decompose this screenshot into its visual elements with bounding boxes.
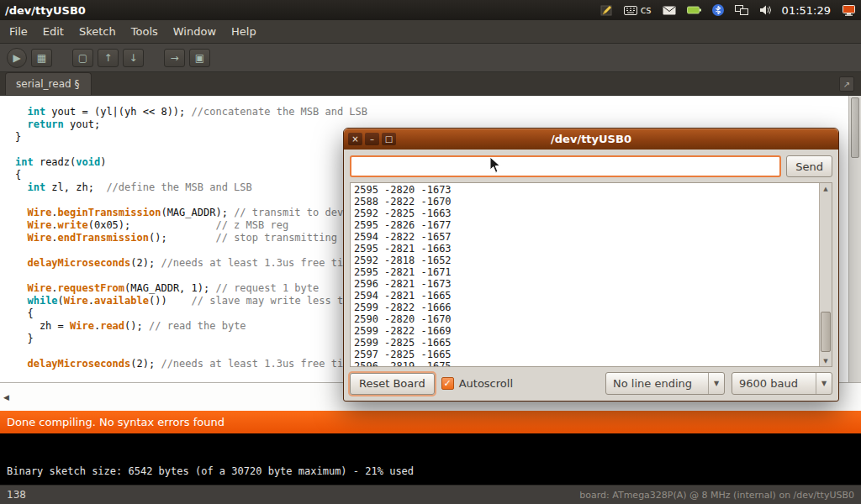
volume-icon[interactable] <box>759 5 771 15</box>
editor-vertical-scrollbar[interactable] <box>848 96 861 382</box>
top-panel: /dev/ttyUSB0 cs 01:51:29 <box>0 0 861 20</box>
tab-menu-button[interactable]: ↗ <box>839 76 854 92</box>
serial-output-text: 2595 -2820 -1673 2588 -2822 -1670 2592 -… <box>351 183 819 366</box>
serial-titlebar[interactable]: × – □ /dev/ttyUSB0 <box>344 129 838 150</box>
window-buttons: × – □ <box>348 133 396 145</box>
mail-icon[interactable] <box>663 6 676 15</box>
maximize-button[interactable]: □ <box>382 133 396 145</box>
menu-edit[interactable]: Edit <box>35 21 71 42</box>
serial-scrollbar[interactable]: ▲ ▼ <box>819 183 832 366</box>
tab-serial-read[interactable]: serial_read § <box>5 72 92 95</box>
minimize-button[interactable]: – <box>365 133 379 145</box>
console-output: Binary sketch size: 6542 bytes (of a 307… <box>0 433 861 485</box>
baud-rate-value: 9600 baud <box>732 377 816 390</box>
serial-controls-row: Reset Board ✓ Autoscroll No line ending … <box>350 372 832 395</box>
scroll-left-arrow-icon[interactable]: ◀ <box>3 393 9 402</box>
tab-label: serial_read § <box>16 78 79 90</box>
serial-scrollbar-thumb[interactable] <box>821 312 831 352</box>
line-ending-select[interactable]: No line ending ▼ <box>605 372 725 395</box>
new-sketch-button[interactable]: ▢ <box>72 49 93 67</box>
menu-window[interactable]: Window <box>166 21 224 42</box>
save-button[interactable]: ↓ <box>123 49 144 67</box>
scroll-down-icon[interactable]: ▼ <box>820 355 832 366</box>
toolbar-buttons: ▶▦▢↑↓→▣ <box>7 48 210 68</box>
serial-window-body: Send 2595 -2820 -1673 2588 -2822 -1670 2… <box>344 150 838 401</box>
keyboard-indicator[interactable]: cs <box>624 4 652 16</box>
panel-indicators: cs 01:51:29 <box>600 4 856 17</box>
menubar: FileEditSketchToolsWindowHelp <box>0 20 861 44</box>
stop-button[interactable]: ▦ <box>31 49 52 67</box>
autoscroll-label: Autoscroll <box>459 377 513 390</box>
mouse-cursor <box>489 156 503 175</box>
keyboard-layout-label: cs <box>641 4 652 16</box>
console-text: Binary sketch size: 6542 bytes (of a 307… <box>7 465 861 477</box>
menubar-items: FileEditSketchToolsWindowHelp <box>2 21 264 42</box>
baud-rate-select[interactable]: 9600 baud ▼ <box>732 372 832 395</box>
close-button[interactable]: × <box>348 133 362 145</box>
tabbar: serial_read § ↗ <box>0 72 861 96</box>
serial-output-area: 2595 -2820 -1673 2588 -2822 -1670 2592 -… <box>350 182 832 367</box>
autoscroll-checkbox[interactable]: ✓ <box>441 377 454 390</box>
bluetooth-icon[interactable] <box>712 4 724 16</box>
send-button[interactable]: Send <box>786 155 832 177</box>
serial-monitor-window: × – □ /dev/ttyUSB0 Send 2595 -2820 -1673… <box>343 128 839 402</box>
serial-window-title: /dev/ttyUSB0 <box>344 133 838 145</box>
line-number: 138 <box>7 489 26 501</box>
chevron-down-icon: ▼ <box>816 373 832 394</box>
compile-status-text: Done compiling. No syntax errors found <box>7 416 224 428</box>
reset-board-button[interactable]: Reset Board <box>350 373 435 395</box>
scroll-up-icon[interactable]: ▲ <box>820 183 832 194</box>
network-icon[interactable] <box>735 5 748 16</box>
serial-monitor-button[interactable]: ▣ <box>189 49 210 67</box>
tab-menu-icon: ↗ <box>843 80 850 89</box>
open-button[interactable]: ↑ <box>98 49 119 67</box>
footer-bar: 138 board: ATmega328P(A) @ 8 MHz (intern… <box>0 485 861 504</box>
chevron-down-icon: ▼ <box>708 373 724 394</box>
session-icon[interactable] <box>842 5 856 16</box>
editor-scrollbar-thumb[interactable] <box>851 97 859 158</box>
battery-icon[interactable] <box>687 6 701 14</box>
verify-button[interactable]: ▶ <box>7 48 27 68</box>
clock[interactable]: 01:51:29 <box>782 4 831 17</box>
menu-sketch[interactable]: Sketch <box>71 21 124 42</box>
toolbar: ▶▦▢↑↓→▣ <box>0 44 861 72</box>
compile-status-bar: Done compiling. No syntax errors found <box>0 411 861 433</box>
panel-window-title: /dev/ttyUSB0 <box>5 4 86 17</box>
menu-file[interactable]: File <box>2 21 35 42</box>
menu-tools[interactable]: Tools <box>124 21 166 42</box>
line-ending-value: No line ending <box>606 377 708 390</box>
notes-icon[interactable] <box>600 4 613 17</box>
code-line: int yout = (yl|(yh << 8)); //concatenate… <box>15 106 848 118</box>
send-row: Send <box>350 155 832 177</box>
menu-help[interactable]: Help <box>224 21 264 42</box>
upload-button[interactable]: → <box>164 49 185 67</box>
serial-input[interactable] <box>350 155 781 177</box>
board-info: board: ATmega328P(A) @ 8 MHz (internal) … <box>579 490 854 501</box>
